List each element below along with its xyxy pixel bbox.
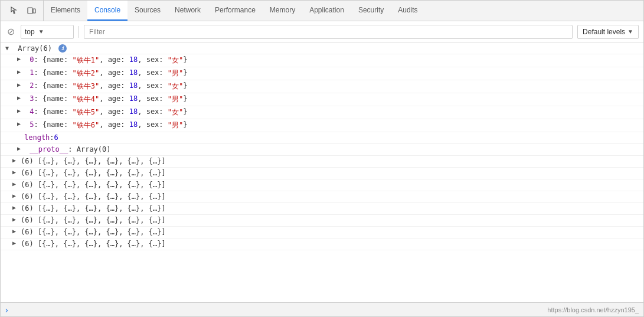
context-arrow: ▼: [38, 28, 44, 35]
devtools-toolbar: Elements Console Sources Network Perform…: [1, 1, 643, 21]
bottom-bar: › https://blog.csdn.net/hzzyn195_: [1, 302, 643, 316]
clear-console-button[interactable]: ⊘: [5, 27, 16, 37]
tab-elements[interactable]: Elements: [44, 1, 87, 21]
collapsed-line-5[interactable]: ▶ (6) [{…}, {…}, {…}, {…}, {…}, {…}]: [1, 215, 643, 227]
collapsed-line-3[interactable]: ▶ (6) [{…}, {…}, {…}, {…}, {…}, {…}]: [1, 191, 643, 203]
collapsed-line-0[interactable]: ▶ (6) [{…}, {…}, {…}, {…}, {…}, {…}]: [1, 156, 643, 168]
proto-line[interactable]: ▶ __proto__ : Array(0): [1, 144, 643, 156]
array-item-2[interactable]: ▶ 2 : {name: "铁牛3" , age: 18 , sex: "女" …: [1, 80, 643, 93]
toolbar-divider: [79, 26, 79, 38]
collapsed-line-7[interactable]: ▶ (6) [{…}, {…}, {…}, {…}, {…}, {…}]: [1, 238, 643, 250]
length-line: length : 6: [1, 132, 643, 144]
console-toolbar: ⊘ top ▼ Default levels ▼: [1, 21, 643, 43]
tab-console[interactable]: Console: [87, 1, 128, 21]
collapsed-line-4[interactable]: ▶ (6) [{…}, {…}, {…}, {…}, {…}, {…}]: [1, 203, 643, 215]
device-icon[interactable]: [24, 4, 38, 18]
tab-performance[interactable]: Performance: [208, 1, 263, 21]
array-item-4[interactable]: ▶ 4 : {name: "铁牛5" , age: 18 , sex: "女" …: [1, 106, 643, 119]
array-item-5[interactable]: ▶ 5 : {name: "铁牛6" , age: 18 , sex: "男" …: [1, 119, 643, 132]
array-item-1[interactable]: ▶ 1 : {name: "铁牛2" , age: 18 , sex: "男" …: [1, 67, 643, 80]
array-expanded-header[interactable]: ▼ Array(6) i: [1, 43, 643, 54]
blog-link: https://blog.csdn.net/hzzyn195_: [547, 306, 639, 313]
toolbar-icons: [3, 1, 44, 21]
svg-rect-1: [33, 9, 35, 13]
tab-list: Elements Console Sources Network Perform…: [44, 1, 641, 21]
tab-sources[interactable]: Sources: [128, 1, 168, 21]
collapsed-line-1[interactable]: ▶ (6) [{…}, {…}, {…}, {…}, {…}, {…}]: [1, 168, 643, 179]
svg-rect-0: [28, 8, 32, 14]
prompt-arrow: ›: [5, 305, 8, 315]
collapsed-lines-container: ▶ (6) [{…}, {…}, {…}, {…}, {…}, {…}]▶ (6…: [1, 156, 643, 250]
console-output: ▼ Array(6) i ▶ 0 : {name: "铁牛1" , age: 1…: [1, 43, 643, 302]
tab-audits[interactable]: Audits: [391, 1, 424, 21]
info-icon[interactable]: i: [58, 44, 67, 53]
expand-arrow[interactable]: ▼: [5, 45, 12, 51]
tab-network[interactable]: Network: [168, 1, 208, 21]
array-item-3[interactable]: ▶ 3 : {name: "铁牛4" , age: 18 , sex: "男" …: [1, 93, 643, 106]
tab-application[interactable]: Application: [302, 1, 351, 21]
context-select[interactable]: top ▼: [21, 25, 74, 39]
levels-arrow: ▼: [627, 28, 633, 35]
tab-security[interactable]: Security: [351, 1, 391, 21]
array-item-0[interactable]: ▶ 0 : {name: "铁牛1" , age: 18 , sex: "女" …: [1, 54, 643, 67]
levels-select[interactable]: Default levels ▼: [577, 25, 639, 39]
collapsed-line-2[interactable]: ▶ (6) [{…}, {…}, {…}, {…}, {…}, {…}]: [1, 179, 643, 191]
filter-input[interactable]: [84, 25, 573, 39]
collapsed-line-6[interactable]: ▶ (6) [{…}, {…}, {…}, {…}, {…}, {…}]: [1, 227, 643, 238]
inspect-icon[interactable]: [8, 4, 22, 18]
tab-memory[interactable]: Memory: [263, 1, 302, 21]
